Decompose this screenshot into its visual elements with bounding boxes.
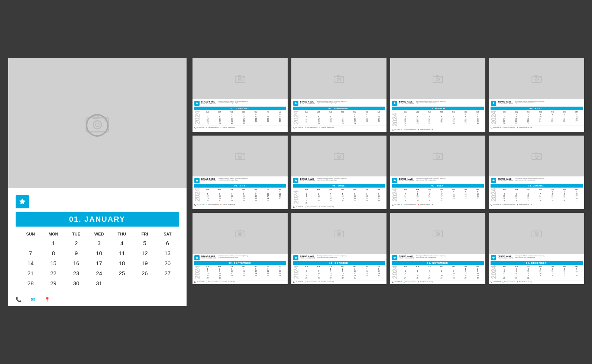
mini-day: 30 xyxy=(423,200,435,202)
mini-camera-icon xyxy=(234,228,246,238)
mini-day: 29 xyxy=(510,123,522,124)
mini-grid-06: SUNMONTUEWEDTHUFRISAT ......123456789101… xyxy=(301,188,385,204)
mini-day: 11 xyxy=(411,273,423,274)
mini-day: 22 xyxy=(238,198,250,199)
mini-brand-row-05: BRAND NAME YOUR SLOGAN HERE Lorem ipsum … xyxy=(193,176,288,184)
day-23: 23 xyxy=(65,269,87,277)
mini-day: 4 xyxy=(447,191,459,193)
mini-dn-SUN: SUN xyxy=(202,188,214,191)
mini-day: 16 xyxy=(337,273,349,274)
mini-brand-slogan: YOUR SLOGAN HERE xyxy=(300,180,316,182)
mini-phone-icon: 📞 xyxy=(293,281,295,283)
mini-day: 18 xyxy=(250,118,262,120)
mini-addr-icon: 📍 xyxy=(418,204,420,206)
mini-day: 15 xyxy=(510,118,522,120)
mini-day: 4 xyxy=(546,114,558,116)
mini-day: . xyxy=(436,114,447,116)
mini-day: . xyxy=(447,268,459,270)
svg-marker-47 xyxy=(393,179,396,181)
mini-day: 25 xyxy=(274,198,286,199)
mini-dn-SUN: SUN xyxy=(498,266,510,268)
mini-year-12: 2024 xyxy=(491,266,497,279)
mini-dn-FRI: FRI xyxy=(460,111,472,113)
mini-day: 30 xyxy=(510,277,522,279)
mini-dn-SUN: SUN xyxy=(399,111,411,113)
mini-year-11: 2024 xyxy=(392,266,398,279)
mini-year-10: 2024 xyxy=(293,266,300,279)
mini-day: 22 xyxy=(460,275,472,277)
mini-day: 6 xyxy=(214,193,226,195)
mini-dn-SAT: SAT xyxy=(373,266,385,268)
mini-day: 20 xyxy=(570,118,582,120)
mini-day: 17 xyxy=(373,118,385,120)
mini-brand-slogan: YOUR SLOGAN HERE xyxy=(201,257,217,259)
mini-day: 14 xyxy=(202,118,214,120)
mini-email-icon: ✉ xyxy=(404,129,405,131)
mini-day: 15 xyxy=(202,273,214,274)
mini-phone-icon: 📞 xyxy=(194,127,196,129)
mini-grid-04: SUNMONTUEWEDTHUFRISAT .12345678910111213… xyxy=(498,111,583,124)
mini-dn-THU: THU xyxy=(546,188,558,191)
mini-day: 20 xyxy=(522,198,534,199)
day-9: 9 xyxy=(65,249,87,257)
mini-phone-text: +00 1234 56789 xyxy=(197,281,205,283)
mini-day: 15 xyxy=(546,195,558,197)
mini-dn-SAT: SAT xyxy=(472,111,483,113)
mini-day: 9 xyxy=(522,116,534,118)
mini-brand-slogan: YOUR SLOGAN HERE xyxy=(399,257,414,259)
day-22: 22 xyxy=(42,269,65,277)
mini-dn-SUN: SUN xyxy=(301,188,313,191)
mini-dn-THU: THU xyxy=(447,111,459,113)
mini-day: 23 xyxy=(559,198,570,199)
mini-day: 5 xyxy=(337,193,349,195)
mini-day: 12 xyxy=(510,195,522,197)
mini-brand-slogan: YOUR SLOGAN HERE xyxy=(498,257,513,259)
mini-dn-TUE: TUE xyxy=(226,111,237,113)
mini-day: 14 xyxy=(361,195,373,197)
mini-day: 10 xyxy=(399,273,411,274)
mini-day: . xyxy=(202,114,214,116)
mini-brand-icon xyxy=(392,255,397,260)
mini-photo-04 xyxy=(489,58,584,99)
mini-photo-09 xyxy=(193,213,288,254)
mini-day: 3 xyxy=(522,268,534,270)
mini-email: ✉ Place your email here xyxy=(305,206,317,208)
day-15: 15 xyxy=(42,259,65,267)
mini-phone-icon: 📞 xyxy=(194,204,196,206)
mini-days-grid: .123456789101112131415161718192021222324… xyxy=(399,191,484,202)
mini-day: 15 xyxy=(498,273,510,274)
mini-footer-04: 📞 +00 1234 56789 ✉ Place your email here… xyxy=(489,126,584,130)
mini-day: 6 xyxy=(274,114,286,116)
mini-grid-05: SUNMONTUEWEDTHUFRISAT ...123456789101112… xyxy=(202,188,286,202)
mini-month-bar-05: 05. MAY xyxy=(194,184,286,188)
mini-grid-02: SUNMONTUEWEDTHUFRISAT ....12345678910111… xyxy=(301,111,385,124)
mini-brand-row-02: BRAND NAME YOUR SLOGAN HERE Lorem ipsum … xyxy=(291,99,386,107)
mini-day: 22 xyxy=(411,198,423,199)
day-26: 26 xyxy=(133,269,156,277)
mini-brand-text: BRAND NAME YOUR SLOGAN HERE xyxy=(300,178,316,182)
mini-camera-icon xyxy=(432,228,443,238)
mini-day: 30 xyxy=(337,277,349,279)
mini-day: . xyxy=(522,191,534,193)
mini-day: 7 xyxy=(570,268,582,270)
mini-day: . xyxy=(399,191,411,193)
mini-day: 23 xyxy=(472,120,483,122)
mini-brand-svg xyxy=(393,102,396,105)
mini-day: 5 xyxy=(262,114,274,116)
mini-brand-text: BRAND NAME YOUR SLOGAN HERE xyxy=(399,255,414,259)
mini-day: 13 xyxy=(324,118,336,120)
mini-dn-TUE: TUE xyxy=(324,111,336,113)
mini-day: 5 xyxy=(250,268,262,270)
mini-dn-MON: MON xyxy=(510,266,522,268)
svg-marker-23 xyxy=(393,102,396,104)
mini-day: 27 xyxy=(324,123,336,124)
mini-brand-text: BRAND NAME YOUR SLOGAN HERE xyxy=(201,255,217,259)
mini-cal-body-01: 2024 SUNMONTUEWEDTHUFRISAT .123456789101… xyxy=(193,110,288,125)
mini-phone: 📞 +00 1234 56789 xyxy=(491,281,501,283)
mini-day: 3 xyxy=(570,191,582,193)
mini-day: 9 xyxy=(301,195,313,197)
svg-point-1 xyxy=(93,121,101,129)
mini-day: 31 xyxy=(238,123,250,124)
mini-day: 9 xyxy=(472,270,483,272)
mini-day: 26 xyxy=(423,277,435,279)
